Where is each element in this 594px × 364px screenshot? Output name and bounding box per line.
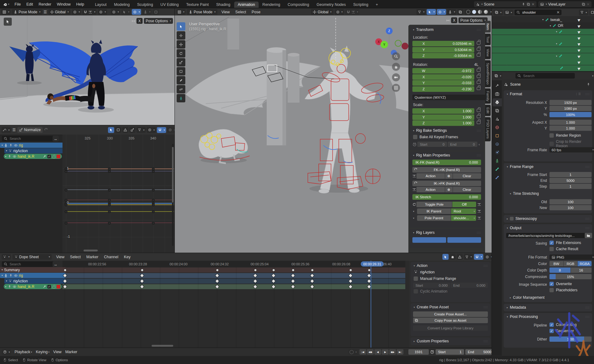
expand-chevron-icon[interactable]: ▾ (6, 149, 7, 152)
channel-color-swatch[interactable] (57, 155, 60, 158)
editor-type-icon[interactable]: ▾ (1, 9, 11, 15)
outliner-row[interactable]: ▾▶ (492, 41, 594, 47)
select-arrow-icon[interactable]: ▶ (577, 66, 581, 71)
properties-tab-tool[interactable] (493, 82, 502, 90)
workspace-tab-animation[interactable]: Animation (234, 2, 259, 8)
viewlayer-selector[interactable]: ▾ ViewLayer ✕ (538, 1, 592, 7)
zoom-icon[interactable] (392, 52, 400, 60)
tool-move-button[interactable] (177, 40, 185, 49)
summary-keyframe[interactable] (368, 269, 371, 272)
properties-search[interactable] (515, 73, 575, 79)
expand-chevron-icon[interactable]: ▾ (6, 280, 7, 282)
action-end-field[interactable]: End0.000 (451, 283, 488, 288)
bake-start-field[interactable]: Start0 (417, 142, 447, 147)
properties-tab-constraints[interactable] (493, 140, 502, 148)
menu-window[interactable]: Window (54, 0, 73, 8)
properties-editor[interactable]: ▾ ▾ Scene ▾Format⋮☰:::: Resolution X 192… (492, 72, 594, 356)
color-rgba-button[interactable]: RGBA (578, 261, 592, 266)
select-arrow-icon[interactable]: ▶ (577, 29, 581, 34)
editor-type-selector[interactable]: ▾ (2, 349, 11, 355)
workspace-tab-texture-paint[interactable]: Texture Paint (183, 2, 213, 8)
channel-enable-checkbox[interactable]: ✓ (47, 285, 51, 289)
stereoscopy-checkbox[interactable] (510, 217, 514, 221)
refresh-icon[interactable] (44, 128, 48, 132)
menus-collapsed-icon[interactable]: ☰ (12, 128, 16, 132)
fk2ik-clear-x-icon[interactable]: ⊗ (445, 173, 453, 179)
properties-tab-bone[interactable] (493, 165, 502, 173)
frame-start-field[interactable]: Start1 (436, 349, 464, 355)
frame-end-field[interactable]: 5000 (549, 178, 592, 183)
keyframe-point[interactable] (152, 210, 155, 213)
ik-parent-dropdown[interactable]: Root▾ (451, 208, 476, 214)
outliner-row[interactable]: ▶ (492, 65, 594, 71)
outliner-row[interactable]: ▶ (492, 35, 594, 41)
keyframe-point[interactable] (108, 199, 111, 202)
compression-slider[interactable]: 15% (549, 274, 592, 279)
outliner-row[interactable]: ▶ (492, 47, 594, 53)
expand-chevron-icon[interactable]: ▾ (556, 30, 557, 33)
graph-search-expand[interactable]: ↔ (53, 136, 59, 142)
gizmos-popover[interactable]: ▾ (427, 9, 436, 15)
sidebar-tab-tool[interactable]: Tool (485, 34, 491, 45)
dope-channel-summary[interactable]: ▾Summary (0, 267, 66, 272)
channel-hand-ik-r[interactable]: ▸hand_ik.R✓ (4, 154, 62, 159)
workspace-tab-sculpting[interactable]: Sculpting (133, 2, 157, 8)
visibility-popover[interactable]: ▾ (416, 9, 426, 15)
pan-icon[interactable] (392, 63, 400, 71)
orientation-selector[interactable]: Global▾ (48, 9, 71, 15)
expand-chevron-icon[interactable]: ▾ (556, 55, 557, 58)
expand-chevron-icon[interactable]: ▸ (5, 155, 6, 158)
properties-tab-view-layer[interactable] (493, 107, 502, 115)
stretch-new-field[interactable]: 100 (549, 205, 592, 210)
sidebar-tab-item[interactable]: Item (485, 21, 491, 32)
rotation-z-field[interactable]: Z-0.230 (412, 86, 474, 92)
shading-material-icon[interactable] (478, 10, 482, 14)
summary-keyframe[interactable] (292, 269, 295, 272)
timeline-menu-keying[interactable]: Keying▾ (34, 348, 51, 356)
summary-keyframe[interactable] (141, 269, 144, 272)
viewlayer-remove-icon[interactable]: ✕ (587, 2, 590, 6)
outliner-filter-popover[interactable]: ▾ (579, 10, 588, 15)
location-x-lock-icon[interactable] (477, 40, 480, 45)
filter-popover[interactable]: ▾ (464, 254, 473, 260)
camera-view-icon[interactable] (392, 73, 400, 81)
transform-panel-header[interactable]: ▾Transform:::: (410, 26, 484, 33)
select-arrow-icon[interactable]: ▶ (577, 41, 581, 46)
workspace-tab-uv-editing[interactable]: UV Editing (157, 2, 183, 8)
keyframe-point[interactable] (65, 210, 67, 213)
expand-chevron-icon[interactable]: ▾ (550, 24, 551, 27)
rig-layers-header[interactable]: ▾Rig Layers:::: (410, 229, 484, 236)
jump-start-button[interactable]: |◀ (359, 349, 366, 355)
frame-step-field[interactable]: 1 (549, 184, 592, 189)
outliner[interactable]: ▾ ▾ ✕ ▾ ▾tweak_▶▾OR▶▾▶▶▾▶▶▾▶▶▶ (492, 8, 594, 72)
action-start-field[interactable]: Start0.000 (413, 283, 450, 288)
time-stretch-header[interactable]: ▾Time Stretching (509, 191, 539, 196)
shading-popover[interactable] (153, 9, 159, 15)
ortho-toggle-icon[interactable] (392, 84, 400, 92)
select-arrow-icon[interactable]: ▶ (577, 17, 581, 22)
location-y-field[interactable]: Y0.53044 m (412, 47, 474, 53)
aspect-y-field[interactable]: 1.000 (549, 126, 592, 131)
editor-type-icon[interactable]: ▾ (176, 9, 186, 15)
outliner-display-mode[interactable]: ▾ (493, 10, 503, 15)
timeline-menu-marker[interactable]: Marker (63, 348, 79, 356)
left-3d-viewport[interactable]: ▾ Pose Mode▾ ☰ Global▾ ▾ ▾ ▾ ▾ ▾ ▾ ▾ X P… (0, 8, 175, 125)
tool-annotate-button[interactable] (177, 76, 185, 84)
clear-search-icon[interactable]: ✕ (557, 10, 560, 15)
dope-menu-channel[interactable]: Channel (101, 253, 121, 261)
outliner-row[interactable]: ▾OR▶ (492, 23, 594, 29)
dope-menu-key[interactable]: Key (121, 253, 134, 261)
keyframe-point[interactable] (65, 222, 67, 225)
pivot-selector[interactable]: ▾ (335, 9, 344, 15)
workspace-tab-scripting[interactable]: Scripting (350, 2, 372, 8)
box-select-icon[interactable] (115, 127, 121, 133)
viewport-menu-view[interactable]: View (219, 8, 233, 15)
rotation-x-field[interactable]: X-0.020 (412, 74, 474, 80)
channel-enable-checkbox[interactable]: ✓ (47, 155, 51, 158)
channel-rig[interactable]: ▾rig (0, 143, 66, 148)
dope-menu-marker[interactable]: Marker (84, 253, 101, 261)
custom-properties-header[interactable]: ▸Custom Properties:::: (411, 337, 490, 345)
active-tool-icon[interactable] (4, 18, 12, 26)
scene-unlink-icon[interactable]: ✕ (532, 2, 535, 6)
summary-keyframe[interactable] (311, 269, 314, 272)
